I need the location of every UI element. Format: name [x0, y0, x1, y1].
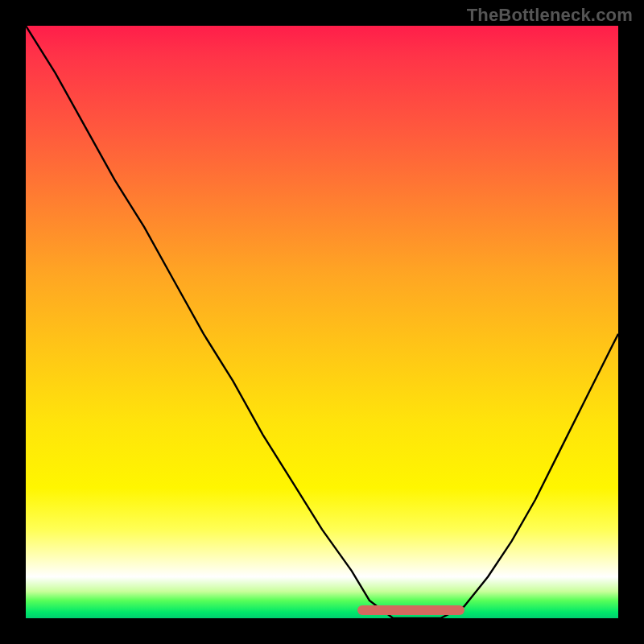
optimal-range-marker [357, 605, 464, 615]
chart-frame: TheBottleneck.com [0, 0, 644, 644]
plot-area [26, 26, 618, 618]
watermark-text: TheBottleneck.com [467, 5, 633, 26]
bottleneck-curve [26, 26, 618, 618]
